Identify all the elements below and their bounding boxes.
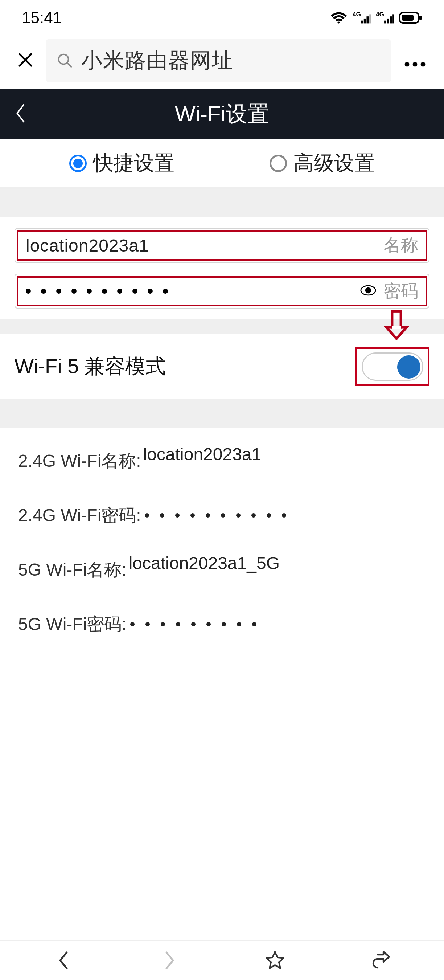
arrow-annotation-icon [384,310,409,343]
wifi5-section: Wi-Fi 5 兼容模式 [0,334,444,399]
detail-label: 5G Wi-Fi名称: [18,558,127,581]
detail-label: 2.4G Wi-Fi名称: [18,449,141,473]
svg-rect-11 [419,16,422,20]
svg-line-14 [67,63,71,67]
signal-4g-1-icon: 4G [353,11,371,25]
wifi5-compat-row: Wi-Fi 5 兼容模式 [0,334,444,399]
detail-label: 5G Wi-Fi密码: [18,612,127,636]
page-title: Wi-Fi设置 [14,99,430,129]
close-button[interactable] [14,47,36,74]
back-button[interactable] [14,103,27,125]
wifi-password-label: 密码 [384,280,418,303]
svg-point-19 [365,288,371,294]
tab-quick-settings[interactable]: 快捷设置 [69,150,174,177]
wifi-details: 2.4G Wi-Fi名称: location2023a1 2.4G Wi-Fi密… [0,428,444,638]
nav-forward-button[interactable] [157,948,182,973]
status-time: 15:41 [22,9,62,27]
svg-rect-7 [387,19,389,23]
tab-quick-label: 快捷设置 [93,150,174,177]
detail-24g-password: 2.4G Wi-Fi密码: [18,504,426,529]
search-box[interactable]: 小米路由器网址 [46,39,391,82]
svg-rect-2 [364,19,366,23]
nav-favorite-button[interactable] [262,948,288,973]
svg-point-17 [421,62,425,67]
wifi-name-input[interactable]: location2023a1 名称 [17,230,427,261]
wifi-icon [330,11,347,25]
wifi-password-value [26,288,357,294]
svg-rect-1 [361,21,363,24]
wifi-name-label: 名称 [384,234,418,257]
svg-rect-3 [366,16,369,23]
svg-rect-6 [384,21,386,24]
wifi5-toggle-highlight [355,347,430,386]
svg-point-15 [405,62,409,67]
wifi-password-input[interactable]: 密码 [17,276,427,306]
app-header: Wi-Fi设置 [0,89,444,139]
svg-text:4G: 4G [376,11,384,18]
wifi-password-input-wrap: 密码 [14,274,430,309]
wifi-form: location2023a1 名称 密码 [0,217,444,320]
detail-label: 2.4G Wi-Fi密码: [18,504,141,527]
svg-rect-21 [392,326,401,329]
detail-value: location2023a1_5G [129,553,280,573]
browser-header: 小米路由器网址 [0,35,444,89]
nav-back-button[interactable] [51,948,76,973]
divider [0,189,444,217]
toggle-knob [397,355,420,379]
eye-icon[interactable] [360,285,376,297]
detail-password-dots [145,513,286,518]
signal-4g-2-icon: 4G [376,11,394,25]
settings-tabs: 快捷设置 高级设置 [0,139,444,189]
svg-text:4G: 4G [353,11,361,18]
search-icon [56,51,74,70]
nav-share-button[interactable] [368,948,393,973]
tab-advanced-settings[interactable]: 高级设置 [270,150,375,177]
svg-point-16 [413,62,417,67]
status-icons: 4G 4G [330,11,422,25]
search-text: 小米路由器网址 [81,46,234,75]
svg-rect-12 [402,15,414,21]
divider [0,399,444,428]
svg-rect-9 [392,14,394,23]
wifi5-label: Wi-Fi 5 兼容模式 [14,353,166,380]
more-menu-button[interactable] [400,49,430,73]
radio-unselected-icon [270,154,287,172]
svg-rect-8 [390,16,392,23]
wifi5-toggle[interactable] [362,352,423,381]
divider [0,320,444,334]
wifi-name-input-wrap: location2023a1 名称 [14,228,430,263]
detail-5g-password: 5G Wi-Fi密码: [18,612,426,638]
radio-selected-icon [69,154,87,172]
svg-rect-4 [369,14,371,23]
tab-advanced-label: 高级设置 [293,150,375,177]
svg-rect-20 [392,311,401,328]
wifi-name-value: location2023a1 [26,235,384,256]
detail-24g-name: 2.4G Wi-Fi名称: location2023a1 [18,449,426,475]
detail-value: location2023a1 [143,444,262,464]
battery-icon [399,12,422,24]
detail-5g-name: 5G Wi-Fi名称: location2023a1_5G [18,558,426,584]
browser-bottom-nav [0,940,444,980]
status-bar: 15:41 4G 4G [0,0,444,35]
detail-password-dots [130,622,257,627]
